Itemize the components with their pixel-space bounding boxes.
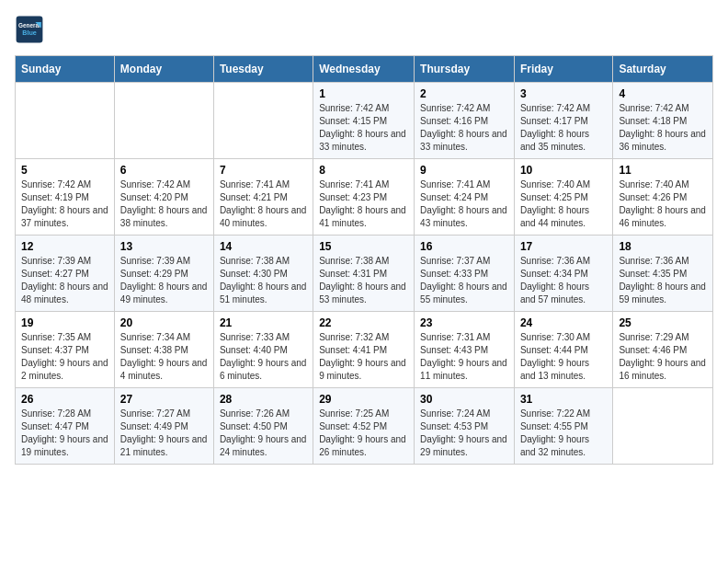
calendar-cell: 6Sunrise: 7:42 AM Sunset: 4:20 PM Daylig…: [114, 159, 213, 236]
day-info: Sunrise: 7:36 AM Sunset: 4:34 PM Dayligh…: [520, 255, 607, 306]
day-info: Sunrise: 7:24 AM Sunset: 4:53 PM Dayligh…: [420, 408, 508, 459]
day-info: Sunrise: 7:41 AM Sunset: 4:23 PM Dayligh…: [319, 178, 408, 230]
day-number: 17: [520, 240, 607, 253]
day-number: 3: [520, 87, 607, 100]
day-number: 30: [420, 393, 508, 406]
day-info: Sunrise: 7:42 AM Sunset: 4:20 PM Dayligh…: [120, 178, 208, 230]
calendar-cell: 16Sunrise: 7:37 AM Sunset: 4:33 PM Dayli…: [415, 236, 515, 312]
column-header-saturday: Saturday: [613, 56, 713, 83]
calendar-cell: 24Sunrise: 7:30 AM Sunset: 4:44 PM Dayli…: [514, 312, 612, 388]
day-number: 9: [420, 164, 508, 177]
day-number: 15: [319, 240, 408, 253]
day-number: 16: [420, 240, 508, 253]
calendar-table: SundayMondayTuesdayWednesdayThursdayFrid…: [15, 55, 713, 465]
day-info: Sunrise: 7:28 AM Sunset: 4:47 PM Dayligh…: [21, 408, 108, 459]
day-info: Sunrise: 7:42 AM Sunset: 4:15 PM Dayligh…: [319, 102, 408, 154]
column-header-wednesday: Wednesday: [313, 56, 415, 83]
column-header-tuesday: Tuesday: [213, 56, 313, 83]
day-number: 14: [220, 240, 307, 253]
day-info: Sunrise: 7:27 AM Sunset: 4:49 PM Dayligh…: [120, 408, 208, 459]
calendar-cell: 5Sunrise: 7:42 AM Sunset: 4:19 PM Daylig…: [16, 159, 115, 236]
calendar-cell: 13Sunrise: 7:39 AM Sunset: 4:29 PM Dayli…: [114, 236, 213, 312]
day-info: Sunrise: 7:36 AM Sunset: 4:35 PM Dayligh…: [619, 255, 707, 306]
day-number: 29: [319, 393, 408, 406]
day-info: Sunrise: 7:25 AM Sunset: 4:52 PM Dayligh…: [319, 408, 408, 459]
calendar-cell: 30Sunrise: 7:24 AM Sunset: 4:53 PM Dayli…: [415, 388, 515, 465]
day-info: Sunrise: 7:30 AM Sunset: 4:44 PM Dayligh…: [520, 331, 607, 383]
calendar-cell: 7Sunrise: 7:41 AM Sunset: 4:21 PM Daylig…: [213, 159, 313, 236]
svg-text:Blue: Blue: [22, 29, 37, 37]
day-number: 11: [619, 164, 707, 177]
calendar-cell: 21Sunrise: 7:33 AM Sunset: 4:40 PM Dayli…: [213, 312, 313, 388]
column-header-thursday: Thursday: [415, 56, 515, 83]
calendar-cell: 29Sunrise: 7:25 AM Sunset: 4:52 PM Dayli…: [313, 388, 415, 465]
day-info: Sunrise: 7:35 AM Sunset: 4:37 PM Dayligh…: [21, 331, 108, 383]
day-info: Sunrise: 7:29 AM Sunset: 4:46 PM Dayligh…: [619, 331, 707, 383]
day-number: 21: [220, 316, 307, 329]
logo-icon: General Blue: [15, 15, 44, 44]
calendar-cell: 17Sunrise: 7:36 AM Sunset: 4:34 PM Dayli…: [514, 236, 612, 312]
day-info: Sunrise: 7:38 AM Sunset: 4:30 PM Dayligh…: [220, 255, 307, 306]
calendar-cell: 9Sunrise: 7:41 AM Sunset: 4:24 PM Daylig…: [415, 159, 515, 236]
day-number: 23: [420, 316, 508, 329]
calendar-cell: 4Sunrise: 7:42 AM Sunset: 4:18 PM Daylig…: [613, 83, 713, 159]
header: General Blue: [15, 15, 713, 44]
day-info: Sunrise: 7:26 AM Sunset: 4:50 PM Dayligh…: [220, 408, 307, 459]
calendar-cell: [16, 83, 115, 159]
calendar-cell: 14Sunrise: 7:38 AM Sunset: 4:30 PM Dayli…: [213, 236, 313, 312]
day-info: Sunrise: 7:38 AM Sunset: 4:31 PM Dayligh…: [319, 255, 408, 306]
day-number: 19: [21, 316, 108, 329]
calendar-cell: 19Sunrise: 7:35 AM Sunset: 4:37 PM Dayli…: [16, 312, 115, 388]
day-info: Sunrise: 7:32 AM Sunset: 4:41 PM Dayligh…: [319, 331, 408, 383]
calendar-cell: 20Sunrise: 7:34 AM Sunset: 4:38 PM Dayli…: [114, 312, 213, 388]
day-number: 7: [220, 164, 307, 177]
day-number: 13: [120, 240, 208, 253]
calendar-cell: 26Sunrise: 7:28 AM Sunset: 4:47 PM Dayli…: [16, 388, 115, 465]
day-number: 2: [420, 87, 508, 100]
day-number: 31: [520, 393, 607, 406]
calendar-cell: 12Sunrise: 7:39 AM Sunset: 4:27 PM Dayli…: [16, 236, 115, 312]
calendar-cell: [114, 83, 213, 159]
day-number: 8: [319, 164, 408, 177]
day-number: 10: [520, 164, 607, 177]
day-info: Sunrise: 7:41 AM Sunset: 4:24 PM Dayligh…: [420, 178, 508, 230]
day-info: Sunrise: 7:31 AM Sunset: 4:43 PM Dayligh…: [420, 331, 508, 383]
day-number: 6: [120, 164, 208, 177]
day-info: Sunrise: 7:42 AM Sunset: 4:17 PM Dayligh…: [520, 102, 607, 154]
day-info: Sunrise: 7:39 AM Sunset: 4:27 PM Dayligh…: [21, 255, 108, 306]
day-number: 1: [319, 87, 408, 100]
day-number: 27: [120, 393, 208, 406]
day-number: 5: [21, 164, 108, 177]
calendar-cell: 25Sunrise: 7:29 AM Sunset: 4:46 PM Dayli…: [613, 312, 713, 388]
day-number: 26: [21, 393, 108, 406]
calendar-cell: 3Sunrise: 7:42 AM Sunset: 4:17 PM Daylig…: [514, 83, 612, 159]
day-info: Sunrise: 7:42 AM Sunset: 4:18 PM Dayligh…: [619, 102, 707, 154]
day-info: Sunrise: 7:41 AM Sunset: 4:21 PM Dayligh…: [220, 178, 307, 230]
day-number: 28: [220, 393, 307, 406]
calendar-cell: 31Sunrise: 7:22 AM Sunset: 4:55 PM Dayli…: [514, 388, 612, 465]
logo: General Blue: [15, 15, 44, 44]
day-info: Sunrise: 7:37 AM Sunset: 4:33 PM Dayligh…: [420, 255, 508, 306]
calendar-cell: 1Sunrise: 7:42 AM Sunset: 4:15 PM Daylig…: [313, 83, 415, 159]
calendar-cell: [213, 83, 313, 159]
day-info: Sunrise: 7:39 AM Sunset: 4:29 PM Dayligh…: [120, 255, 208, 306]
column-header-monday: Monday: [114, 56, 213, 83]
calendar-cell: 23Sunrise: 7:31 AM Sunset: 4:43 PM Dayli…: [415, 312, 515, 388]
day-info: Sunrise: 7:40 AM Sunset: 4:26 PM Dayligh…: [619, 178, 707, 230]
day-number: 22: [319, 316, 408, 329]
calendar-cell: 2Sunrise: 7:42 AM Sunset: 4:16 PM Daylig…: [415, 83, 515, 159]
column-header-sunday: Sunday: [16, 56, 115, 83]
calendar-cell: 28Sunrise: 7:26 AM Sunset: 4:50 PM Dayli…: [213, 388, 313, 465]
day-info: Sunrise: 7:40 AM Sunset: 4:25 PM Dayligh…: [520, 178, 607, 230]
day-info: Sunrise: 7:33 AM Sunset: 4:40 PM Dayligh…: [220, 331, 307, 383]
calendar-cell: 10Sunrise: 7:40 AM Sunset: 4:25 PM Dayli…: [514, 159, 612, 236]
day-number: 18: [619, 240, 707, 253]
day-number: 12: [21, 240, 108, 253]
day-info: Sunrise: 7:34 AM Sunset: 4:38 PM Dayligh…: [120, 331, 208, 383]
day-info: Sunrise: 7:42 AM Sunset: 4:16 PM Dayligh…: [420, 102, 508, 154]
calendar-cell: 18Sunrise: 7:36 AM Sunset: 4:35 PM Dayli…: [613, 236, 713, 312]
calendar-cell: 22Sunrise: 7:32 AM Sunset: 4:41 PM Dayli…: [313, 312, 415, 388]
day-number: 20: [120, 316, 208, 329]
calendar-cell: [613, 388, 713, 465]
day-info: Sunrise: 7:22 AM Sunset: 4:55 PM Dayligh…: [520, 408, 607, 459]
